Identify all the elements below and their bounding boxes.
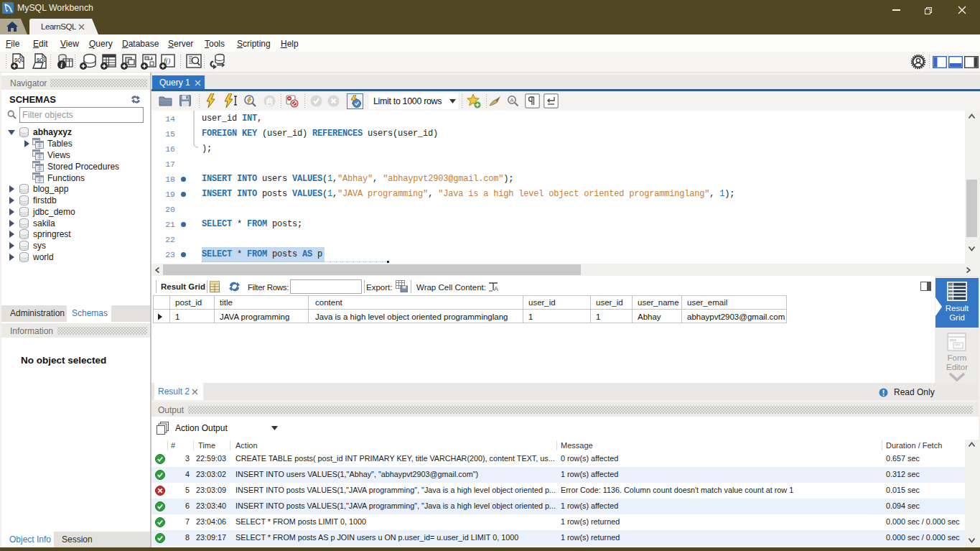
svg-text:A: A — [494, 285, 498, 292]
svg-text:i: i — [60, 61, 62, 69]
svg-text:SQL: SQL — [14, 57, 24, 63]
svg-text:A: A — [510, 97, 514, 103]
